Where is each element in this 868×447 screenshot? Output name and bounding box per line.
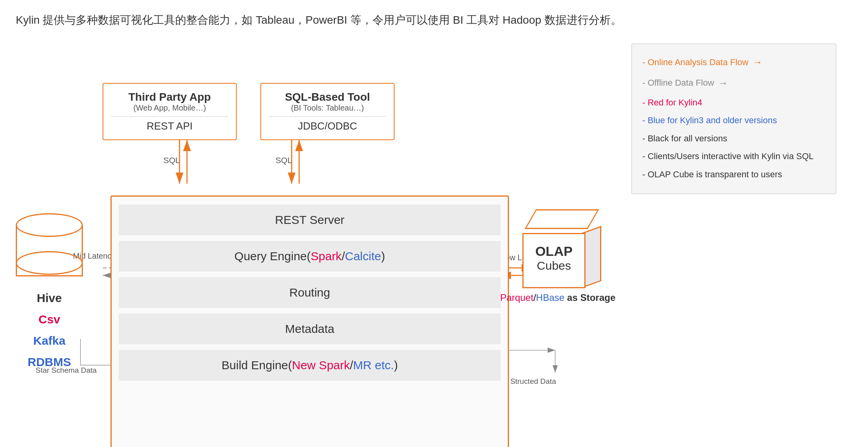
hive-label: Hive <box>16 287 83 309</box>
svg-text:SQL: SQL <box>163 156 180 165</box>
olap-group: OLAP Cubes Parquet/HBase as Storage <box>500 209 615 303</box>
legend-black3-text: - OLAP Cube is transparent to users <box>642 167 782 182</box>
csv-label: Csv <box>16 309 83 330</box>
legend-box: - Online Analysis Data Flow → - Offline … <box>631 43 836 194</box>
build-engine-mr: MR etc. <box>353 359 394 372</box>
intro-text: Kylin 提供与多种数据可视化工具的整合能力，如 Tableau，PowerB… <box>16 12 852 28</box>
legend-online-text: - Online Analysis Data Flow <box>642 54 748 70</box>
query-engine-slash: / <box>342 250 345 263</box>
kafka-label: Kafka <box>16 330 83 351</box>
third-party-subtitle: (Web App, Mobile…) <box>111 103 228 113</box>
metadata-layer: Metadata <box>119 314 501 344</box>
legend-offline-arrow: → <box>718 74 728 92</box>
legend-item-red: - Red for Kylin4 <box>642 95 825 111</box>
legend-item-online: - Online Analysis Data Flow → <box>642 53 825 71</box>
third-party-box: Third Party App (Web App, Mobile…) REST … <box>103 83 237 140</box>
build-engine-suffix: ) <box>394 359 398 372</box>
legend-black1-text: - Black for all versions <box>642 131 727 146</box>
build-engine-layer: Build Engine(New Spark/MR etc.) <box>119 350 501 381</box>
rest-server-label: REST Server <box>275 213 344 226</box>
sql-tool-title: SQL-Based Tool <box>269 91 386 103</box>
hbase-text: HBase <box>536 292 565 303</box>
legend-red-text: - Red for Kylin4 <box>642 95 702 111</box>
metadata-label: Metadata <box>285 322 334 335</box>
legend-black2-text: - Clients/Users interactive with Kylin v… <box>642 148 814 164</box>
svg-text:SQL: SQL <box>275 156 292 165</box>
parquet-text: Parquet <box>500 292 533 303</box>
data-sources-group: Hive Csv Kafka RDBMS <box>16 213 83 373</box>
storage-suffix: as Storage <box>565 292 615 303</box>
third-party-title: Third Party App <box>111 91 228 103</box>
legend-item-offline: - Offline Data Flow → <box>642 74 825 92</box>
build-engine-new-spark: New Spark <box>292 359 350 372</box>
legend-item-black3: - OLAP Cube is transparent to users <box>642 167 825 182</box>
olap-label: OLAP <box>535 244 572 259</box>
legend-item-black1: - Black for all versions <box>642 131 825 146</box>
legend-blue-text: - Blue for Kylin3 and older versions <box>642 113 777 128</box>
sql-tool-box: SQL-Based Tool (BI Tools: Tableau…) JDBC… <box>260 83 395 140</box>
sql-tool-subtitle: (BI Tools: Tableau…) <box>269 103 386 113</box>
routing-label: Routing <box>289 286 330 299</box>
legend-offline-text: - Offline Data Flow <box>642 75 714 91</box>
sql-tool-api: JDBC/ODBC <box>269 120 386 132</box>
legend-item-blue: - Blue for Kylin3 and older versions <box>642 113 825 128</box>
legend-online-arrow: → <box>752 53 763 71</box>
build-engine-slash: / <box>350 359 353 372</box>
parquet-label: Parquet/HBase as Storage <box>500 292 615 303</box>
svg-text:Structed Data: Structed Data <box>510 377 556 385</box>
legend-item-black2: - Clients/Users interactive with Kylin v… <box>642 148 825 164</box>
rdbms-label: RDBMS <box>16 351 83 373</box>
olap-sublabel: Cubes <box>537 259 571 272</box>
main-kylin-box: REST Server Query Engine(Spark/Calcite) … <box>110 195 509 447</box>
query-engine-spark: Spark <box>311 250 342 263</box>
query-engine-layer: Query Engine(Spark/Calcite) <box>119 241 501 272</box>
storage-sep: / <box>533 292 536 303</box>
query-engine-suffix: ) <box>381 250 385 263</box>
third-party-api: REST API <box>111 120 228 132</box>
rest-server-layer: REST Server <box>119 205 501 235</box>
build-engine-prefix: Build Engine( <box>222 359 292 372</box>
query-engine-calcite: Calcite <box>345 250 381 263</box>
query-engine-prefix: Query Engine( <box>234 250 311 263</box>
routing-layer: Routing <box>119 277 501 308</box>
